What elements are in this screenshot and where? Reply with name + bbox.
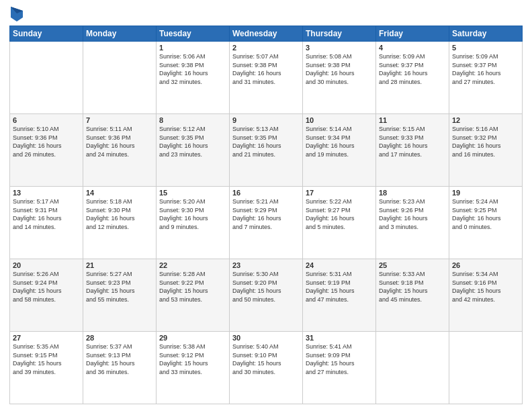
day-number: 11 <box>379 116 446 124</box>
calendar-cell <box>376 332 449 404</box>
weekday-header: Tuesday <box>157 26 230 42</box>
day-info: Sunrise: 5:20 AM Sunset: 9:30 PM Dayligh… <box>159 197 226 231</box>
calendar-week-row: 13Sunrise: 5:17 AM Sunset: 9:31 PM Dayli… <box>10 187 523 259</box>
day-number: 26 <box>452 261 519 269</box>
day-info: Sunrise: 5:31 AM Sunset: 9:19 PM Dayligh… <box>306 270 373 304</box>
day-info: Sunrise: 5:18 AM Sunset: 9:30 PM Dayligh… <box>86 197 153 231</box>
calendar-cell: 22Sunrise: 5:28 AM Sunset: 9:22 PM Dayli… <box>157 259 230 332</box>
calendar-cell: 24Sunrise: 5:31 AM Sunset: 9:19 PM Dayli… <box>303 259 376 332</box>
day-info: Sunrise: 5:15 AM Sunset: 9:33 PM Dayligh… <box>379 125 446 158</box>
day-number: 16 <box>232 189 300 197</box>
day-info: Sunrise: 5:14 AM Sunset: 9:34 PM Dayligh… <box>306 125 373 158</box>
calendar-cell: 18Sunrise: 5:23 AM Sunset: 9:26 PM Dayli… <box>376 187 449 259</box>
day-info: Sunrise: 5:21 AM Sunset: 9:29 PM Dayligh… <box>232 197 300 231</box>
day-number: 15 <box>159 189 226 197</box>
calendar-cell: 17Sunrise: 5:22 AM Sunset: 9:27 PM Dayli… <box>303 187 376 259</box>
day-number: 20 <box>13 261 80 269</box>
calendar-cell: 27Sunrise: 5:35 AM Sunset: 9:15 PM Dayli… <box>10 332 83 404</box>
day-number: 27 <box>13 334 80 342</box>
calendar-cell: 9Sunrise: 5:13 AM Sunset: 9:35 PM Daylig… <box>230 114 303 187</box>
calendar-cell: 5Sunrise: 5:09 AM Sunset: 9:37 PM Daylig… <box>449 42 523 114</box>
day-number: 30 <box>232 334 300 342</box>
calendar-cell: 31Sunrise: 5:41 AM Sunset: 9:09 PM Dayli… <box>303 332 376 404</box>
day-info: Sunrise: 5:22 AM Sunset: 9:27 PM Dayligh… <box>306 197 373 231</box>
calendar-cell: 13Sunrise: 5:17 AM Sunset: 9:31 PM Dayli… <box>10 187 83 259</box>
logo <box>9 7 23 21</box>
calendar-cell: 4Sunrise: 5:09 AM Sunset: 9:37 PM Daylig… <box>376 42 449 114</box>
day-number: 22 <box>159 261 226 269</box>
day-number: 17 <box>306 189 373 197</box>
calendar-cell: 30Sunrise: 5:40 AM Sunset: 9:10 PM Dayli… <box>230 332 303 404</box>
day-info: Sunrise: 5:23 AM Sunset: 9:26 PM Dayligh… <box>379 197 446 231</box>
logo-icon <box>11 7 23 21</box>
day-number: 13 <box>13 189 80 197</box>
day-info: Sunrise: 5:37 AM Sunset: 9:13 PM Dayligh… <box>86 342 153 376</box>
day-number: 10 <box>306 116 373 124</box>
calendar-week-row: 1Sunrise: 5:06 AM Sunset: 9:38 PM Daylig… <box>10 42 523 114</box>
day-info: Sunrise: 5:30 AM Sunset: 9:20 PM Dayligh… <box>232 270 300 304</box>
day-number: 14 <box>86 189 153 197</box>
day-info: Sunrise: 5:13 AM Sunset: 9:35 PM Dayligh… <box>232 125 300 158</box>
day-info: Sunrise: 5:10 AM Sunset: 9:36 PM Dayligh… <box>13 125 80 158</box>
day-number: 18 <box>379 189 446 197</box>
day-info: Sunrise: 5:24 AM Sunset: 9:25 PM Dayligh… <box>452 197 519 231</box>
day-info: Sunrise: 5:34 AM Sunset: 9:16 PM Dayligh… <box>452 270 519 304</box>
day-info: Sunrise: 5:26 AM Sunset: 9:24 PM Dayligh… <box>13 270 80 304</box>
weekday-header: Thursday <box>303 26 376 42</box>
weekday-header: Wednesday <box>230 26 303 42</box>
day-info: Sunrise: 5:09 AM Sunset: 9:37 PM Dayligh… <box>452 52 519 86</box>
calendar-cell: 20Sunrise: 5:26 AM Sunset: 9:24 PM Dayli… <box>10 259 83 332</box>
calendar-cell: 16Sunrise: 5:21 AM Sunset: 9:29 PM Dayli… <box>230 187 303 259</box>
calendar-cell: 21Sunrise: 5:27 AM Sunset: 9:23 PM Dayli… <box>83 259 157 332</box>
calendar-header-row: SundayMondayTuesdayWednesdayThursdayFrid… <box>10 26 523 42</box>
calendar-cell: 28Sunrise: 5:37 AM Sunset: 9:13 PM Dayli… <box>83 332 157 404</box>
day-number: 8 <box>159 116 226 124</box>
day-number: 9 <box>232 116 300 124</box>
day-number: 23 <box>232 261 300 269</box>
header <box>9 7 523 21</box>
day-info: Sunrise: 5:38 AM Sunset: 9:12 PM Dayligh… <box>159 342 226 376</box>
day-info: Sunrise: 5:07 AM Sunset: 9:38 PM Dayligh… <box>232 52 300 86</box>
calendar-cell: 14Sunrise: 5:18 AM Sunset: 9:30 PM Dayli… <box>83 187 157 259</box>
calendar-cell: 3Sunrise: 5:08 AM Sunset: 9:38 PM Daylig… <box>303 42 376 114</box>
day-info: Sunrise: 5:09 AM Sunset: 9:37 PM Dayligh… <box>379 52 446 86</box>
day-info: Sunrise: 5:33 AM Sunset: 9:18 PM Dayligh… <box>379 270 446 304</box>
day-info: Sunrise: 5:16 AM Sunset: 9:32 PM Dayligh… <box>452 125 519 158</box>
day-number: 1 <box>159 44 226 52</box>
calendar-cell: 19Sunrise: 5:24 AM Sunset: 9:25 PM Dayli… <box>449 187 523 259</box>
day-number: 29 <box>159 334 226 342</box>
weekday-header: Monday <box>83 26 157 42</box>
calendar-cell: 15Sunrise: 5:20 AM Sunset: 9:30 PM Dayli… <box>157 187 230 259</box>
calendar-cell: 12Sunrise: 5:16 AM Sunset: 9:32 PM Dayli… <box>449 114 523 187</box>
day-number: 21 <box>86 261 153 269</box>
calendar-cell <box>83 42 157 114</box>
weekday-header: Friday <box>376 26 449 42</box>
calendar-week-row: 6Sunrise: 5:10 AM Sunset: 9:36 PM Daylig… <box>10 114 523 187</box>
day-number: 31 <box>306 334 373 342</box>
day-info: Sunrise: 5:17 AM Sunset: 9:31 PM Dayligh… <box>13 197 80 231</box>
day-number: 3 <box>306 44 373 52</box>
calendar-cell <box>449 332 523 404</box>
day-number: 12 <box>452 116 519 124</box>
day-number: 25 <box>379 261 446 269</box>
calendar-cell: 7Sunrise: 5:11 AM Sunset: 9:36 PM Daylig… <box>83 114 157 187</box>
calendar-cell: 1Sunrise: 5:06 AM Sunset: 9:38 PM Daylig… <box>157 42 230 114</box>
page: SundayMondayTuesdayWednesdayThursdayFrid… <box>0 0 532 411</box>
calendar-week-row: 20Sunrise: 5:26 AM Sunset: 9:24 PM Dayli… <box>10 259 523 332</box>
day-number: 28 <box>86 334 153 342</box>
calendar-cell <box>10 42 83 114</box>
day-info: Sunrise: 5:41 AM Sunset: 9:09 PM Dayligh… <box>306 342 373 376</box>
calendar-cell: 2Sunrise: 5:07 AM Sunset: 9:38 PM Daylig… <box>230 42 303 114</box>
day-info: Sunrise: 5:40 AM Sunset: 9:10 PM Dayligh… <box>232 342 300 376</box>
calendar: SundayMondayTuesdayWednesdayThursdayFrid… <box>9 26 523 404</box>
day-number: 24 <box>306 261 373 269</box>
calendar-cell: 29Sunrise: 5:38 AM Sunset: 9:12 PM Dayli… <box>157 332 230 404</box>
day-info: Sunrise: 5:08 AM Sunset: 9:38 PM Dayligh… <box>306 52 373 86</box>
calendar-cell: 10Sunrise: 5:14 AM Sunset: 9:34 PM Dayli… <box>303 114 376 187</box>
calendar-cell: 23Sunrise: 5:30 AM Sunset: 9:20 PM Dayli… <box>230 259 303 332</box>
weekday-header: Sunday <box>10 26 83 42</box>
day-info: Sunrise: 5:35 AM Sunset: 9:15 PM Dayligh… <box>13 342 80 376</box>
day-number: 7 <box>86 116 153 124</box>
day-info: Sunrise: 5:27 AM Sunset: 9:23 PM Dayligh… <box>86 270 153 304</box>
day-info: Sunrise: 5:11 AM Sunset: 9:36 PM Dayligh… <box>86 125 153 158</box>
